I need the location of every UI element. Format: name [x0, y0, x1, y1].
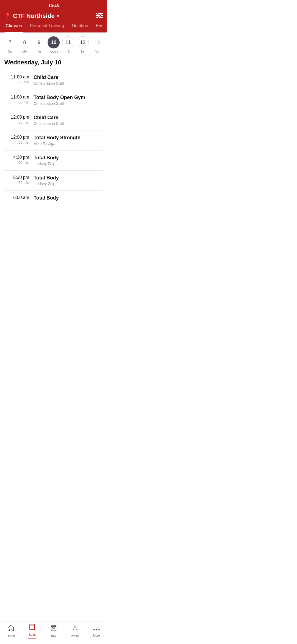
status-bar: 10:48 [0, 0, 107, 10]
class-time-0: 11:00 am 60 min [4, 75, 29, 84]
class-info-2: Child Care Consultation Staff [34, 115, 103, 126]
class-info-6: Total Body [34, 195, 103, 202]
date-heading: Wednesday, July 10 [0, 56, 107, 70]
calendar-strip: 7 Su 8 Mo 9 Tu 10 Today 11 Th 12 Fr 13 S… [0, 32, 107, 56]
day-number-13: 13 [91, 36, 103, 48]
class-item-1[interactable]: 11:00 am 60 min Total Body Open Gym Cons… [4, 90, 103, 110]
day-number-7: 7 [4, 36, 16, 48]
tab-personal-training[interactable]: Personal Training [29, 23, 65, 32]
header: 📍 CTF Northside ▾ Classes Personal Train… [0, 10, 107, 32]
svg-point-4 [100, 14, 101, 16]
tab-nutrition[interactable]: Nutrition [71, 23, 89, 32]
class-list: 11:00 am 60 min Child Care Consultation … [0, 70, 107, 206]
day-label-8: Mo [22, 50, 27, 53]
class-info-1: Total Body Open Gym Consultation Staff [34, 95, 103, 106]
class-item-3[interactable]: 12:00 pm 60 min Total Body Strength Mike… [4, 130, 103, 150]
calendar-day-9[interactable]: 9 Tu [33, 36, 45, 53]
class-time-3: 12:00 pm 60 min [4, 135, 29, 144]
class-time-1: 11:00 am 60 min [4, 95, 29, 104]
day-label-13: Sa [95, 50, 99, 53]
day-number-11: 11 [62, 36, 74, 48]
class-item-2[interactable]: 12:00 pm 60 min Child Care Consultation … [4, 110, 103, 130]
class-info-0: Child Care Consultation Staff [34, 75, 103, 86]
location-name: CTF Northside [13, 12, 55, 20]
location-button[interactable]: 📍 CTF Northside ▾ [4, 12, 59, 20]
class-info-3: Total Body Strength Mike Pavliga [34, 135, 103, 146]
class-item-4[interactable]: 4:30 pm 60 min Total Body Lindsey Zolp [4, 150, 103, 170]
calendar-day-8[interactable]: 8 Mo [18, 36, 31, 53]
calendar-day-12[interactable]: 12 Fr [77, 36, 89, 53]
nav-tabs: Classes Personal Training Nutrition Even… [4, 23, 103, 32]
tab-classes[interactable]: Classes [5, 23, 23, 32]
day-label-7: Su [8, 50, 12, 53]
class-time-5: 5:30 pm 60 min [4, 175, 29, 185]
class-item-0[interactable]: 11:00 am 60 min Child Care Consultation … [4, 70, 103, 90]
tab-events[interactable]: Events [95, 23, 103, 32]
class-item-6[interactable]: 6:00 am Total Body [4, 190, 103, 206]
day-number-12: 12 [77, 36, 89, 48]
day-label-12: Fr [81, 50, 84, 53]
class-time-2: 12:00 pm 60 min [4, 115, 29, 124]
svg-point-3 [97, 13, 99, 15]
calendar-day-13[interactable]: 13 Sa [91, 36, 103, 53]
class-info-4: Total Body Lindsey Zolp [34, 155, 103, 166]
calendar-day-10[interactable]: 10 Today [48, 36, 60, 53]
day-number-8: 8 [18, 36, 31, 48]
location-pin-icon: 📍 [4, 13, 11, 19]
day-label-9: Tu [37, 50, 41, 53]
class-time-6: 6:00 am [4, 195, 29, 201]
day-number-9: 9 [33, 36, 45, 48]
location-row: 📍 CTF Northside ▾ [4, 12, 103, 23]
svg-point-5 [98, 16, 100, 18]
day-label-11: Th [66, 50, 70, 53]
status-time: 10:48 [48, 3, 59, 8]
class-item-5[interactable]: 5:30 pm 60 min Total Body Lindsey Zolp [4, 170, 103, 190]
filter-icon[interactable] [96, 13, 103, 20]
class-info-5: Total Body Lindsey Zolp [34, 175, 103, 186]
day-number-10: 10 [48, 36, 60, 48]
calendar-day-7[interactable]: 7 Su [4, 36, 16, 53]
day-label-10: Today [49, 50, 58, 53]
chevron-down-icon: ▾ [57, 13, 59, 19]
calendar-day-11[interactable]: 11 Th [62, 36, 74, 53]
class-time-4: 4:30 pm 60 min [4, 155, 29, 165]
